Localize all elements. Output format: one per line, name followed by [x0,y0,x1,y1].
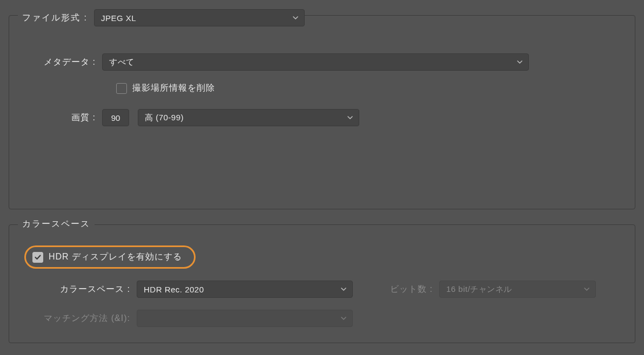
metadata-select[interactable]: すべて [102,53,529,71]
chevron-down-icon [340,315,347,322]
chevron-down-icon [583,286,590,292]
bit-depth-label: ビット数 : [365,284,433,295]
color-space-select-value: HDR Rec. 2020 [144,285,204,294]
chevron-down-icon [516,59,523,65]
chevron-down-icon [292,15,299,21]
file-format-label: ファイル形式 : [22,12,88,24]
file-format-legend: ファイル形式 : JPEG XL [18,9,305,26]
quality-preset-select-value: 高 (70-99) [145,113,184,123]
quality-preset-select[interactable]: 高 (70-99) [138,109,359,126]
chevron-down-icon [347,114,353,121]
metadata-label: メタデータ : [20,57,96,68]
hdr-enable-highlight: HDR ディスプレイを有効にする [24,245,196,269]
file-format-select-value: JPEG XL [101,13,136,23]
metadata-select-value: すべて [109,57,135,67]
hdr-enable-checkbox[interactable] [32,252,43,263]
quality-label: 画質 : [20,112,96,124]
bit-depth-select: 16 bit/チャンネル [439,281,596,298]
hdr-enable-checkbox-row[interactable]: HDR ディスプレイを有効にする [32,251,182,263]
color-space-fieldset: カラースペース HDR ディスプレイを有効にする カラースペース : HDR R… [9,224,635,343]
quality-input[interactable] [102,109,129,126]
remove-location-checkbox[interactable] [116,83,127,94]
remove-location-label: 撮影場所情報を削除 [132,83,215,94]
hdr-enable-label: HDR ディスプレイを有効にする [49,251,182,263]
chevron-down-icon [340,286,347,292]
file-format-select[interactable]: JPEG XL [94,9,305,26]
bit-depth-select-value: 16 bit/チャンネル [446,284,512,295]
color-space-legend: カラースペース [18,219,95,230]
color-space-select[interactable]: HDR Rec. 2020 [137,281,353,298]
matching-method-label: マッチング方法 (&I): [20,313,130,324]
matching-method-select [137,310,353,327]
remove-location-checkbox-row[interactable]: 撮影場所情報を削除 [116,83,215,94]
file-format-fieldset: ファイル形式 : JPEG XL メタデータ : すべて 撮影場所情報を削除 画… [9,15,635,209]
color-space-label: カラースペース : [20,284,130,295]
